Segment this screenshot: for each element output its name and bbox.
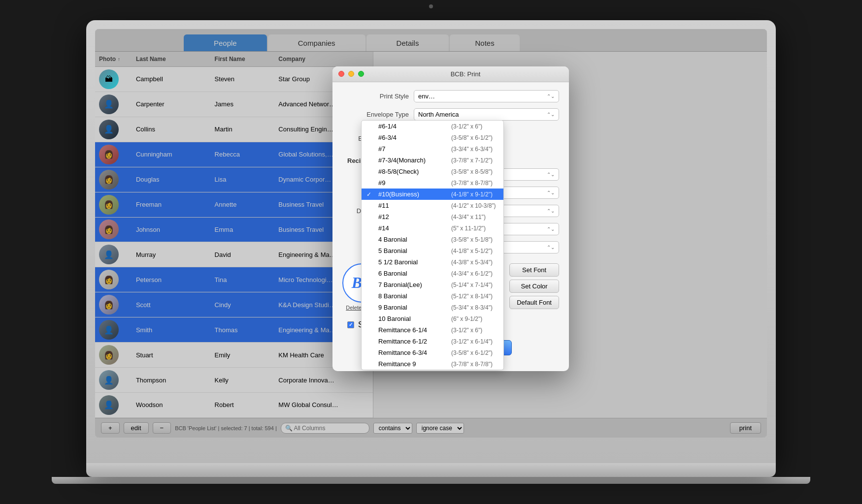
default-font-button[interactable]: Default Font [509, 296, 559, 309]
print-style-label: Print Style [342, 93, 414, 100]
dropdown-item[interactable]: Remittance 6-1/4 (3-1/2" x 6") [362, 324, 503, 336]
print-style-row: Print Style env… ⌃⌄ [342, 90, 559, 102]
dropdown-arrow-icon: ⌃⌄ [547, 208, 555, 214]
dropdown-item[interactable]: #8-5/8(Check) (3-5/8" x 8-5/8") [362, 166, 503, 177]
envelope-type-row: Envelope Type North America ⌃⌄ [342, 108, 559, 121]
envelope-type-select[interactable]: North America ⌃⌄ [414, 108, 559, 121]
font-buttons: Set Font Set Color Default Font [509, 263, 559, 309]
dropdown-item[interactable]: #7-3/4(Monarch) (3-7/8" x 7-1/2") [362, 155, 503, 166]
dropdown-arrow-icon: ⌃⌄ [547, 226, 555, 232]
dropdown-item[interactable]: #9 (3-7/8" x 8-7/8") [362, 177, 503, 189]
dropdown-item[interactable]: 10 Baronial (6" x 9-1/2") [362, 313, 503, 324]
dropdown-item[interactable]: 8 Baronial (5-1/2" x 8-1/4") [362, 290, 503, 302]
dropdown-item[interactable]: #11 (4-1/2" x 10-3/8") [362, 200, 503, 211]
minimize-button[interactable] [348, 71, 354, 77]
print-style-select[interactable]: env… ⌃⌄ [414, 90, 559, 102]
close-button[interactable] [338, 71, 344, 77]
dropdown-arrow-icon: ⌃⌄ [547, 190, 555, 195]
dropdown-item[interactable]: 6 Baronial (4-3/4" x 6-1/2") [362, 268, 503, 279]
dropdown-item[interactable]: Remittance 9 (3-7/8" x 8-7/8") [362, 358, 503, 370]
dropdown-item[interactable]: 4 Baronial (3-5/8" x 5-1/8") [362, 234, 503, 245]
maximize-button[interactable] [358, 71, 364, 77]
dropdown-item[interactable]: Remittance 6-1/2 (3-1/2" x 6-1/4") [362, 336, 503, 347]
envelope-type-label: Envelope Type [342, 111, 414, 118]
dialog-titlebar: BCB: Print [332, 66, 569, 82]
dropdown-arrow-icon: ⌃⌄ [547, 112, 555, 117]
dropdown-item[interactable]: 7 Baronial(Lee) (5-1/4" x 7-1/4") [362, 279, 503, 290]
dropdown-arrow-icon: ⌃⌄ [547, 94, 555, 99]
set-font-button[interactable]: Set Font [509, 263, 559, 277]
dropdown-item[interactable]: #6-1/4 (3-1/2" x 6") [362, 121, 503, 132]
dropdown-item[interactable]: 5 Baronial (4-1/8" x 5-1/2") [362, 245, 503, 256]
sender-checkbox[interactable] [347, 321, 354, 328]
dropdown-item-selected[interactable]: ✓ #10(Business) (4-1/8" x 9-1/2") [362, 189, 503, 200]
dropdown-item[interactable]: #14 (5" x 11-1/2") [362, 222, 503, 234]
dropdown-item[interactable]: 9 Baronial (5-3/4" x 8-3/4") [362, 302, 503, 313]
envelope-type-dropdown[interactable]: #6-1/4 (3-1/2" x 6") #6-3/4 (3-5/8" x 6-… [361, 120, 504, 370]
dropdown-item[interactable]: #12 (4-3/4" x 11") [362, 211, 503, 222]
dropdown-item[interactable]: 5 1/2 Baronial (4-3/8" x 5-3/4") [362, 256, 503, 268]
dropdown-item[interactable]: #6-3/4 (3-5/8" x 6-1/2") [362, 132, 503, 143]
camera-dot [429, 4, 433, 8]
dropdown-item[interactable]: #7 (3-3/4" x 6-3/4") [362, 143, 503, 155]
dropdown-item[interactable]: Remittance 6-3/4 (3-5/8" x 6-1/2") [362, 347, 503, 358]
dropdown-arrow-icon: ⌃⌄ [547, 245, 555, 250]
dropdown-arrow-icon: ⌃⌄ [547, 172, 555, 177]
dialog-title: BCB: Print [368, 70, 563, 78]
dialog-overlay: BCB: Print Print Style env… ⌃⌄ [95, 29, 767, 438]
set-color-button[interactable]: Set Color [509, 280, 559, 293]
